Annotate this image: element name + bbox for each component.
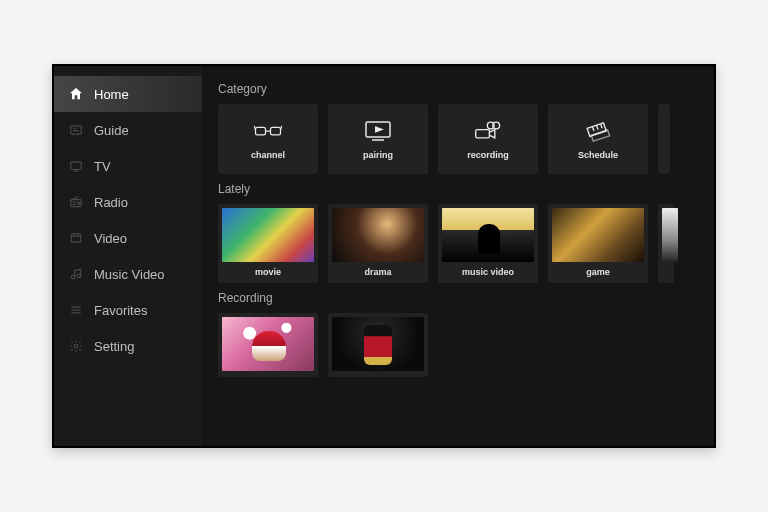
- main-content: Category channel pairing recording: [202, 66, 714, 446]
- media-card-game[interactable]: game: [548, 204, 648, 283]
- category-card-pairing[interactable]: pairing: [328, 104, 428, 174]
- tv-screen: Home Guide TV Radio Video: [52, 64, 716, 448]
- sidebar-item-label: TV: [94, 159, 111, 174]
- sidebar-item-label: Music Video: [94, 267, 165, 282]
- favorites-icon: [68, 302, 84, 318]
- thumbnail: [442, 208, 534, 262]
- sidebar-item-tv[interactable]: TV: [54, 148, 202, 184]
- thumbnail: [222, 208, 314, 262]
- sidebar-item-home[interactable]: Home: [54, 76, 202, 112]
- svg-rect-4: [71, 234, 80, 242]
- thumbnail: [222, 317, 314, 371]
- svg-point-3: [78, 202, 80, 204]
- sidebar: Home Guide TV Radio Video: [54, 66, 202, 446]
- svg-rect-11: [476, 130, 490, 138]
- sidebar-item-label: Guide: [94, 123, 129, 138]
- camcorder-icon: [473, 118, 503, 144]
- media-card-music-video[interactable]: music video: [438, 204, 538, 283]
- svg-point-7: [74, 344, 78, 348]
- guide-icon: [68, 122, 84, 138]
- media-card-overflow[interactable]: [658, 204, 674, 283]
- thumbnail: [332, 208, 424, 262]
- sidebar-item-setting[interactable]: Setting: [54, 328, 202, 364]
- video-icon: [68, 230, 84, 246]
- sidebar-item-music-video[interactable]: Music Video: [54, 256, 202, 292]
- media-card-drama[interactable]: drama: [328, 204, 428, 283]
- sidebar-item-label: Video: [94, 231, 127, 246]
- sidebar-item-favorites[interactable]: Favorites: [54, 292, 202, 328]
- category-row: channel pairing recording Schedule: [218, 104, 714, 174]
- category-card-channel[interactable]: channel: [218, 104, 318, 174]
- glasses-icon: [253, 118, 283, 144]
- media-label: music video: [442, 267, 534, 277]
- section-title-category: Category: [218, 82, 714, 96]
- category-card-recording[interactable]: recording: [438, 104, 538, 174]
- sidebar-item-guide[interactable]: Guide: [54, 112, 202, 148]
- radio-icon: [68, 194, 84, 210]
- category-card-schedule[interactable]: Schedule: [548, 104, 648, 174]
- section-title-lately: Lately: [218, 182, 714, 196]
- recording-row: [218, 313, 714, 377]
- category-label: recording: [467, 150, 509, 160]
- music-icon: [68, 266, 84, 282]
- settings-icon: [68, 338, 84, 354]
- thumbnail: [552, 208, 644, 262]
- tickets-icon: [583, 118, 613, 144]
- tv-icon: [68, 158, 84, 174]
- svg-rect-9: [271, 127, 281, 135]
- media-label: drama: [332, 267, 424, 277]
- sidebar-item-label: Favorites: [94, 303, 147, 318]
- sidebar-item-label: Radio: [94, 195, 128, 210]
- media-label: game: [552, 267, 644, 277]
- category-card-overflow[interactable]: [658, 104, 670, 174]
- category-label: pairing: [363, 150, 393, 160]
- category-label: channel: [251, 150, 285, 160]
- media-card-recording-1[interactable]: [218, 313, 318, 377]
- sidebar-item-video[interactable]: Video: [54, 220, 202, 256]
- sidebar-item-label: Setting: [94, 339, 134, 354]
- svg-rect-1: [71, 162, 82, 170]
- section-title-recording: Recording: [218, 291, 714, 305]
- lately-row: movie drama music video game: [218, 204, 714, 283]
- sidebar-item-radio[interactable]: Radio: [54, 184, 202, 220]
- media-label: movie: [222, 267, 314, 277]
- sidebar-item-label: Home: [94, 87, 129, 102]
- home-icon: [68, 86, 84, 102]
- thumbnail: [662, 208, 678, 262]
- svg-rect-8: [256, 127, 266, 135]
- media-card-movie[interactable]: movie: [218, 204, 318, 283]
- category-label: Schedule: [578, 150, 618, 160]
- media-card-recording-2[interactable]: [328, 313, 428, 377]
- monitor-play-icon: [363, 118, 393, 144]
- thumbnail: [332, 317, 424, 371]
